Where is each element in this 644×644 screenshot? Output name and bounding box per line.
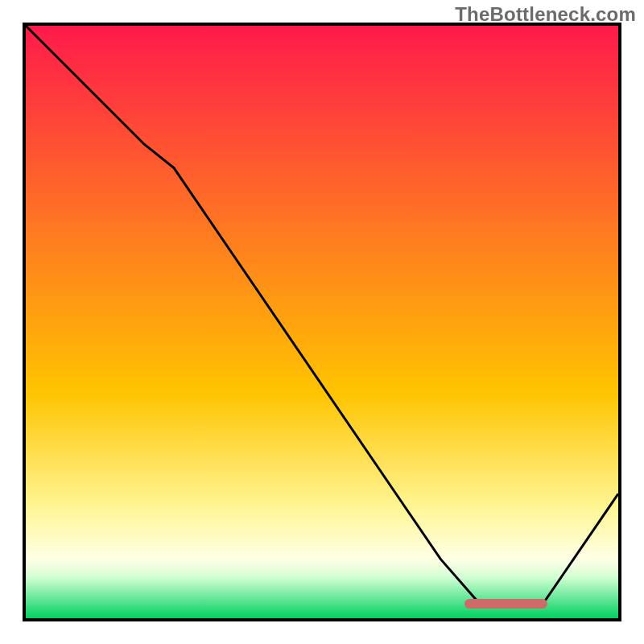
plot-svg: [26, 26, 618, 618]
chart-frame: TheBottleneck.com: [0, 0, 644, 644]
optimal-range-marker: [464, 599, 547, 609]
plot-border: [23, 23, 621, 621]
